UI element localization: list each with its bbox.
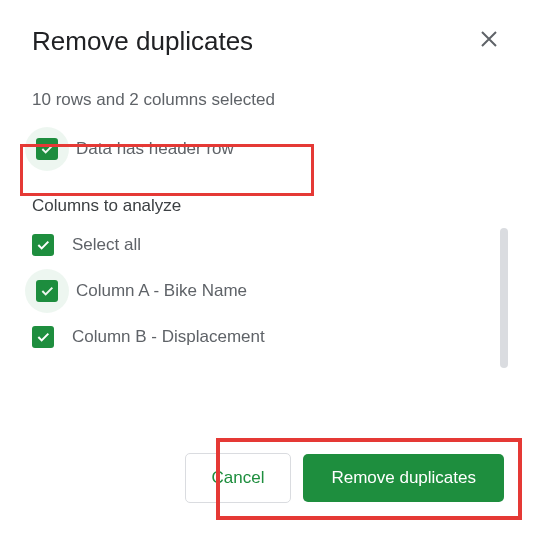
close-icon [480,28,498,53]
columns-section-title: Columns to analyze [32,196,502,216]
remove-duplicates-button[interactable]: Remove duplicates [303,454,504,502]
scrollbar[interactable] [500,228,508,368]
close-button[interactable] [476,24,502,58]
header-row-label: Data has header row [76,139,234,159]
dialog-header: Remove duplicates [32,24,502,58]
column-b-checkbox[interactable] [32,326,54,348]
dialog-title: Remove duplicates [32,26,253,57]
columns-list: Select all Column A - Bike Name Column B… [32,224,502,358]
ripple-effect [25,269,69,313]
check-icon [35,237,51,253]
column-a-label: Column A - Bike Name [76,281,247,301]
check-icon [35,329,51,345]
column-b-row: Column B - Displacement [32,316,502,358]
cancel-button[interactable]: Cancel [185,453,292,503]
column-a-row: Column A - Bike Name [32,266,502,316]
dialog-footer: Cancel Remove duplicates [185,453,505,503]
select-all-checkbox[interactable] [32,234,54,256]
header-row-option: Data has header row [32,124,502,174]
ripple-effect [25,127,69,171]
selection-info: 10 rows and 2 columns selected [32,90,502,110]
select-all-label: Select all [72,235,141,255]
select-all-row: Select all [32,224,502,266]
column-b-label: Column B - Displacement [72,327,265,347]
